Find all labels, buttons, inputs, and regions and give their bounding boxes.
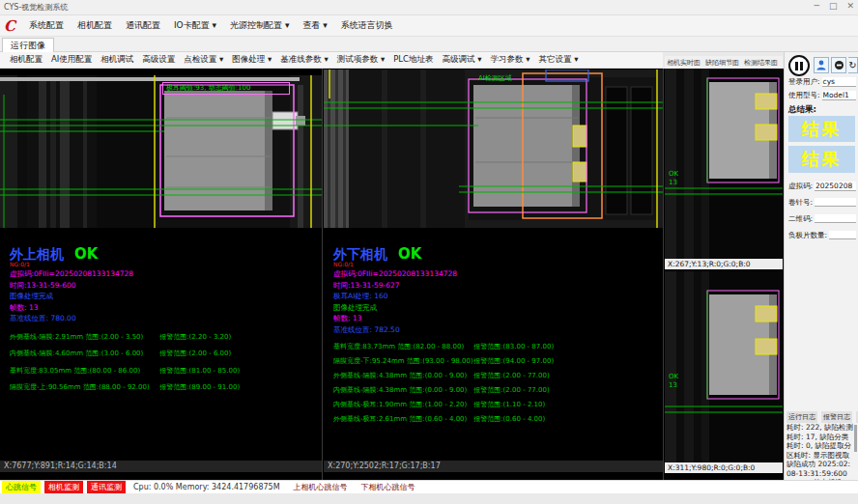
measurement-value: 外侧基线-隔膜:2.91mm 范围:(2.00 - 3.50) <box>10 329 157 347</box>
lower-camera-heartbeat[interactable]: 下相机心跳信号 <box>361 482 415 492</box>
measurement-value: 隔膜宽度-下:95.24mm 范围:(93.00 - 98.00) <box>333 354 472 369</box>
tab-strip: 运行图像 <box>0 37 858 52</box>
toolbar-button[interactable]: 高级调试 ▾ <box>439 52 486 68</box>
small-view-tabs: 相机实时图缺陷细节图检测结果图 <box>665 56 783 69</box>
neg-count-label: 负极片数量: <box>788 231 827 240</box>
minimize-icon[interactable]: ─ <box>815 1 819 11</box>
log-tabs: 运行日志报警日志相机日志 <box>786 411 858 423</box>
measurement-value: 隔膜宽度-上:90.56mm 范围:(88.00 - 92.00) <box>10 379 157 397</box>
small-view-2-coords: X:311;Y:980;R:0;G:0;B:0 <box>665 462 783 473</box>
model-value[interactable]: Model1 <box>822 91 856 100</box>
pause-icon <box>800 62 803 70</box>
close-icon[interactable]: ✕ <box>846 1 854 11</box>
ai-region-label: AI检测区域 <box>478 73 512 83</box>
qr-label: 二维码: <box>788 214 813 224</box>
small-view-1-image[interactable] <box>665 69 783 259</box>
user-login-button[interactable] <box>814 57 829 73</box>
left-process-status: 图像处理完成 <box>10 291 329 302</box>
toolbar-button[interactable]: PLC地址表 <box>389 52 437 68</box>
menu-item[interactable]: 系统配置 <box>23 16 70 35</box>
bottom-filler <box>0 493 858 504</box>
menu-item[interactable]: 查看 ▾ <box>297 16 332 35</box>
small-view-tab[interactable]: 相机实时图 <box>667 58 701 68</box>
middle-camera-image[interactable] <box>324 70 663 228</box>
small-view-2-image[interactable] <box>665 271 783 462</box>
alarm-range: 报警范围:(2.20 - 3.20) <box>159 329 231 347</box>
left-result-block: 外上相机 OK NG:0/1 虚拟码:0FIIi=202502081331347… <box>10 244 329 397</box>
middle-result-status: OK <box>398 245 421 263</box>
overlay-line: OK <box>669 373 678 381</box>
menu-item[interactable]: 相机配置 <box>72 16 118 35</box>
toolbar-button[interactable]: 相机调试 <box>97 52 137 68</box>
measurement-row: 内侧基线-极耳:1.90mm 范围:(1.00 - 2.20) 报警范围:(1.… <box>333 398 652 412</box>
menu-item[interactable]: 系统语言切换 <box>335 16 399 35</box>
middle-ng-count: NG:0/1 <box>333 262 652 268</box>
measurement-value: 内侧基线-隔膜:4.38mm 范围:(0.00 - 9.00) <box>333 383 472 398</box>
small-view-tab[interactable]: 缺陷细节图 <box>705 58 739 68</box>
total-result-label: 总结果: <box>788 104 816 116</box>
qr-value <box>815 214 856 223</box>
left-baseline: 基准线位置: 780.00 <box>10 313 329 324</box>
left-cursor-coords: X:7677;Y:891;R:14;G:14;B:14 <box>0 461 322 472</box>
alarm-range: 报警范围:(1.10 - 2.10) <box>473 398 545 412</box>
right-control-panel: ↻ 登录用户: cys 使用型号: Model1 总结果: 结果 结果 虚拟码:… <box>784 52 858 480</box>
toolbar-button[interactable]: 其它设置 ▾ <box>534 52 582 68</box>
alarm-range: 报警范围:(83.00 - 87.00) <box>473 340 554 354</box>
overlay-line: 13 <box>669 179 678 187</box>
alarm-range: 报警范围:(89.00 - 91.00) <box>159 379 240 397</box>
left-camera-image[interactable] <box>0 75 322 228</box>
middle-time: 时间:13-31-59-627 <box>333 280 652 292</box>
toolbar-button[interactable]: 相机配置 <box>6 52 46 68</box>
app-logo-icon: C <box>4 17 15 35</box>
small-view-tab[interactable]: 检测结果图 <box>744 58 778 68</box>
alarm-range: 报警范围:(2.00 - 77.00) <box>473 383 549 398</box>
toolbar-button[interactable]: 学习参数 ▾ <box>486 52 533 68</box>
stop-icon <box>834 60 844 70</box>
toolbar-button[interactable]: 点检设置 ▾ <box>180 52 227 68</box>
toolbar-button[interactable]: 基准线参数 ▾ <box>276 52 331 68</box>
result-box-lower: 结果 <box>788 146 855 173</box>
toolbar-button[interactable]: 测试项参数 ▾ <box>333 52 388 68</box>
small-view-1-coords: X:267;Y:13;R:0;G:0;B:0 <box>665 259 783 269</box>
pause-button[interactable] <box>788 55 810 76</box>
toolbar: 相机配置AI使用配置相机调试高级设置点检设置 ▾图像处理 ▾基准线参数 ▾测试项… <box>0 52 663 69</box>
alarm-range: 报警范围:(94.00 - 97.00) <box>473 354 554 369</box>
refresh-button[interactable]: ↻ <box>848 57 858 73</box>
user-icon <box>816 60 826 70</box>
stop-button[interactable] <box>831 57 846 73</box>
left-ng-count: NG:0/1 <box>10 262 329 268</box>
result-box-upper: 结果 <box>788 116 855 142</box>
refresh-icon: ↻ <box>848 60 856 70</box>
middle-ai-time: 极耳AI处理: 160 <box>333 291 652 302</box>
comm-monitor-badge: 通讯监测 <box>87 481 126 493</box>
measurement-row: 外侧基线-极耳:2.61mm 范围:(0.60 - 4.00) 报警范围:(0.… <box>333 412 652 427</box>
alarm-range: 报警范围:(2.00 - 6.00) <box>159 346 231 363</box>
small-view-2-overlay: OK13 <box>669 373 678 390</box>
toolbar-button[interactable]: AI使用配置 <box>47 52 96 68</box>
middle-baseline: 基准线位置: 782.50 <box>333 324 652 336</box>
needle-value <box>815 198 856 207</box>
cpu-memory-status: Cpu: 0.0% Memory: 3424.41796875M <box>133 483 280 491</box>
middle-cursor-coords: X:270;Y:2502;R:17;G:17;B:17 <box>324 461 663 472</box>
alarm-range: 报警范围:(81.00 - 85.00) <box>159 363 240 380</box>
user-value[interactable]: cys <box>822 77 856 87</box>
measurement-row: 内侧基线-隔膜:4.38mm 范围:(0.00 - 9.00) 报警范围:(2.… <box>333 383 652 398</box>
upper-camera-heartbeat[interactable]: 上相机心跳信号 <box>294 482 348 492</box>
menu-item[interactable]: IO卡配置 ▾ <box>168 16 222 35</box>
measurement-value: 基料宽度:83.73mm 范围:(82.00 - 88.00) <box>333 340 472 354</box>
menu-item[interactable]: 光源控制配置 ▾ <box>224 16 295 35</box>
middle-process-status: 图像处理完成 <box>333 302 652 314</box>
view-divider <box>663 69 664 480</box>
toolbar-button[interactable]: 高级设置 <box>138 52 179 68</box>
menu-item[interactable]: 通讯配置 <box>120 16 166 35</box>
log-scrollbar[interactable] <box>854 425 857 452</box>
log-tab[interactable]: 运行日志 <box>786 411 817 423</box>
toolbar-button[interactable]: 图像处理 ▾ <box>228 52 275 68</box>
measurement-row: 内侧基线-隔膜:4.60mm 范围:(3.00 - 6.00) 报警范围:(2.… <box>10 346 329 363</box>
camera-monitor-badge: 相机监测 <box>44 481 83 493</box>
maximize-icon[interactable]: □ <box>829 1 838 11</box>
tab-run-image[interactable]: 运行图像 <box>2 38 54 52</box>
measurement-value: 外侧基线-极耳:2.61mm 范围:(0.60 - 4.00) <box>333 412 472 427</box>
heartbeat-badge: 心跳信号 <box>2 481 41 493</box>
log-tab[interactable]: 报警日志 <box>821 411 852 423</box>
